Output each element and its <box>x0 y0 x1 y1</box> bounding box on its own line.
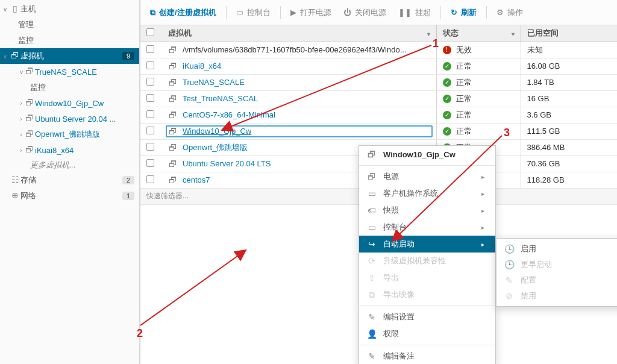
window-icon: ▭ <box>366 189 377 198</box>
vm-state-label: 无效 <box>456 45 472 55</box>
network-count-badge: 1 <box>122 192 134 200</box>
table-row[interactable]: 🗗CentOS-7-x86_64-Minimal✓正常3.6 GB <box>140 107 617 123</box>
nav-vm-monitor[interactable]: 监控 <box>0 80 139 95</box>
col-space-header[interactable]: 已用空间 <box>521 25 617 42</box>
ctx-autostart[interactable]: ↪ 自动启动 ▸ <box>359 236 495 253</box>
row-checkbox-cell[interactable] <box>140 74 162 90</box>
checkbox[interactable] <box>146 159 154 167</box>
row-checkbox-cell[interactable] <box>140 107 162 123</box>
vm-name-cell[interactable]: 🗗Window10_Gjp_Cw <box>162 123 436 139</box>
separator <box>280 6 281 19</box>
export-image-icon: ⧉ <box>366 290 377 300</box>
vm-state-cell: ✓正常 <box>436 74 521 90</box>
ctx-edit-notes[interactable]: ✎ 编辑备注 <box>359 348 495 364</box>
checkbox[interactable] <box>146 61 154 69</box>
vm-state-cell: !无效 <box>436 42 521 58</box>
table-row[interactable]: 🗗/vmfs/volumes/638db771-1607fb50-bfee-00… <box>140 42 617 58</box>
row-checkbox-cell[interactable] <box>140 90 162 107</box>
ctx-power[interactable]: 🗗 电源 ▸ <box>359 168 495 185</box>
table-row[interactable]: 🗗iKuai8_x64✓正常16.08 GB <box>140 58 617 74</box>
row-checkbox-cell[interactable] <box>140 123 162 139</box>
nav-vm-item[interactable]: › 🗗 Ubuntu Server 20.04 ... <box>0 111 139 127</box>
row-checkbox-cell[interactable] <box>140 172 162 188</box>
vm-name-cell[interactable]: 🗗TrueNAS_SCALE <box>162 74 436 90</box>
nav-vm-item[interactable]: ∨ 🗗 TrueNAS_SCALE <box>0 64 139 80</box>
ctx-edit-settings[interactable]: ✎ 编辑设置 <box>359 309 495 325</box>
nav-storage[interactable]: ☷ 存储 2 <box>0 172 139 188</box>
edit-icon: ✎ <box>366 312 377 322</box>
ctx-title: 🗗 Window10_Gjp_Cw <box>359 146 495 163</box>
checkbox[interactable] <box>146 94 154 102</box>
table-row[interactable]: 🗗Test_TrueNAS_SCAL✓正常16 GB <box>140 90 617 107</box>
checkbox[interactable] <box>146 143 154 151</box>
ctx-export: ⇪ 导出 <box>359 269 495 286</box>
nav-vm-item[interactable]: › 🗗 Window10_Gjp_Cw <box>0 95 139 111</box>
cancel-icon: ⊘ <box>504 291 515 301</box>
checkbox[interactable] <box>146 110 154 118</box>
vm-icon: 🗗 <box>24 113 35 123</box>
vm-icon: 🗗 <box>168 175 178 185</box>
vm-name-label: centos7 <box>183 175 210 184</box>
ctx-snapshot[interactable]: 🏷 快照 ▸ <box>359 202 495 219</box>
vm-name-label: CentOS-7-x86_64-Minimal <box>183 110 275 119</box>
pencil-icon: ✎ <box>504 275 515 285</box>
actions-button[interactable]: ⚙ 操作 <box>492 5 528 20</box>
table-row[interactable]: 🗗TrueNAS_SCALE✓正常1.84 TB <box>140 74 617 90</box>
chevron-right-icon: ▸ <box>467 224 484 231</box>
vm-name-label: Test_TrueNAS_SCAL <box>183 94 258 103</box>
chevron-right-icon: ▸ <box>467 241 484 248</box>
nav-vm-root[interactable]: ∨ 🗗 虚拟机 9 <box>0 48 139 64</box>
nav-vm-item[interactable]: › 🗗 iKuai8_x64 <box>0 142 139 158</box>
vm-name-label: Window10_Gjp_Cw <box>183 127 251 136</box>
vm-space-cell: 16 GB <box>521 90 617 107</box>
vm-name-label: TrueNAS_SCALE <box>183 78 245 87</box>
suspend-button[interactable]: ❚❚ 挂起 <box>393 5 436 20</box>
vm-icon: 🗗 <box>168 94 178 104</box>
ctx-console[interactable]: ▭ 控制台 ▸ <box>359 219 495 236</box>
nav-more-vms[interactable]: 更多虚拟机... <box>0 158 139 172</box>
row-checkbox-cell[interactable] <box>140 155 162 172</box>
checkbox[interactable] <box>146 45 154 53</box>
select-all-header[interactable] <box>140 25 162 42</box>
status-ok-icon: ✓ <box>443 127 451 136</box>
vm-space-cell: 111.5 GB <box>521 123 617 139</box>
chevron-right-icon: › <box>18 131 24 138</box>
vm-name-cell[interactable]: 🗗CentOS-7-x86_64-Minimal <box>162 107 436 123</box>
toolbar: ⧉ 创建/注册虚拟机 ▭ 控制台 ▶ 打开电源 ⏻ 关闭电源 ❚❚ 挂起 <box>140 0 617 25</box>
nav-network[interactable]: ⊕ 网络 1 <box>0 188 139 204</box>
nav-host-monitor[interactable]: 监控 <box>0 33 139 48</box>
checkbox[interactable] <box>146 127 154 134</box>
poweroff-button[interactable]: ⏻ 关闭电源 <box>339 5 391 20</box>
refresh-button[interactable]: ↻ 刷新 <box>446 5 481 20</box>
vm-icon: 🗗 <box>24 66 35 76</box>
console-button[interactable]: ▭ 控制台 <box>231 5 275 20</box>
col-name-header[interactable]: 虚拟机 ▾ <box>162 25 436 42</box>
checkbox[interactable] <box>146 78 154 86</box>
row-checkbox-cell[interactable] <box>140 42 162 58</box>
pause-icon: ❚❚ <box>398 8 412 17</box>
checkbox[interactable] <box>146 28 154 36</box>
autostart-icon: ↪ <box>366 239 377 249</box>
col-state-header[interactable]: 状态 ▾ <box>436 25 521 42</box>
nav-vm-item[interactable]: › 🗗 Openwrt_佛跳墙版 <box>0 127 139 142</box>
network-icon: ⊕ <box>10 190 20 200</box>
status-error-icon: ! <box>443 46 451 54</box>
nav-host-manage[interactable]: 管理 <box>0 17 139 33</box>
ctx-permissions[interactable]: 👤 权限 <box>359 325 495 342</box>
ctx-guest-os[interactable]: ▭ 客户机操作系统 ▸ <box>359 185 495 202</box>
vm-name-cell[interactable]: 🗗Test_TrueNAS_SCAL <box>162 90 436 107</box>
autostart-enable[interactable]: 🕒 启用 <box>496 241 617 257</box>
vm-state-label: 正常 <box>456 61 472 72</box>
table-row[interactable]: 🗗Window10_Gjp_Cw✓正常111.5 GB <box>140 123 617 139</box>
create-vm-button[interactable]: ⧉ 创建/注册虚拟机 <box>145 5 221 20</box>
chevron-right-icon: ▸ <box>467 174 484 180</box>
vm-context-menu: 🗗 Window10_Gjp_Cw 🗗 电源 ▸ ▭ 客户机操作系统 ▸ 🏷 快… <box>359 145 496 364</box>
checkbox[interactable] <box>146 175 154 183</box>
nav-host[interactable]: ∨ ▯ 主机 <box>0 1 139 17</box>
row-checkbox-cell[interactable] <box>140 58 162 74</box>
vm-name-cell[interactable]: 🗗iKuai8_x64 <box>162 58 436 74</box>
vm-name-cell[interactable]: 🗗/vmfs/volumes/638db771-1607fb50-bfee-00… <box>162 42 436 58</box>
row-checkbox-cell[interactable] <box>140 139 162 155</box>
poweron-button[interactable]: ▶ 打开电源 <box>286 5 336 20</box>
vm-icon: 🗗 <box>168 61 178 71</box>
